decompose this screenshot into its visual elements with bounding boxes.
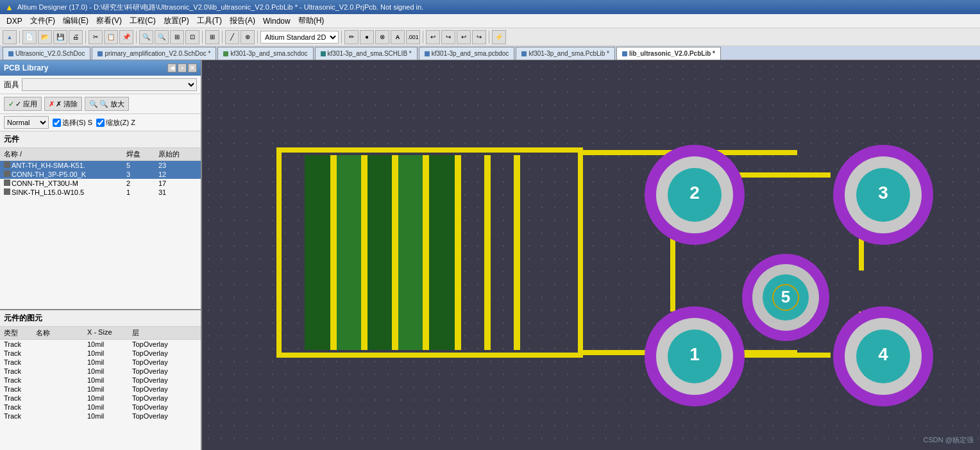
tab-kf301-pcbdoc[interactable]: kf301-3p_and_sma.pcbdoc <box>419 47 515 60</box>
primitive-table: Track10milTopOverlay Track10milTopOverla… <box>0 340 201 450</box>
toolbar-copy[interactable]: 📋 <box>104 30 118 44</box>
tab-icon-pcblib2 <box>622 51 627 56</box>
panel-mode-combo[interactable]: Normal <box>4 116 49 129</box>
toolbar-dxp[interactable]: ▲ <box>3 30 17 44</box>
prim-layer-9: TopOverlay <box>132 412 197 420</box>
prim-row-4[interactable]: Track10milTopOverlay <box>0 367 201 376</box>
menu-window[interactable]: Window <box>259 15 294 27</box>
menu-help[interactable]: 帮助(H) <box>294 14 328 28</box>
panel-zoom-btn[interactable]: 🔍 🔍 放大 <box>85 97 129 111</box>
toolbar-pen[interactable]: ✏ <box>344 30 359 44</box>
menu-file[interactable]: 文件(F) <box>26 14 59 28</box>
menu-dxp[interactable]: DXP <box>3 15 26 27</box>
zoom-check-label: 缩放(Z) Z <box>106 118 135 128</box>
zoom-icon: 🔍 <box>89 100 98 108</box>
toolbar-save[interactable]: 💾 <box>53 30 67 44</box>
canvas-area[interactable]: 2 3 5 1 4 CSDN @杨定强 <box>202 60 980 450</box>
tab-kf301-pcblib[interactable]: kf301-3p_and_sma.PcbLib * <box>516 47 615 60</box>
panel-mask-combo[interactable] <box>22 78 197 91</box>
prim-layer-5: TopOverlay <box>132 376 197 384</box>
toolbar-sep4 <box>202 31 203 44</box>
toolbar-net[interactable]: ⊕ <box>241 30 255 44</box>
menu-report[interactable]: 报告(A) <box>226 14 259 28</box>
panel-apply-btn[interactable]: ✓ ✓ 应用 <box>4 97 42 111</box>
prim-row-6[interactable]: Track10milTopOverlay <box>0 385 201 394</box>
panel-float-btn[interactable]: ▪ <box>178 63 187 72</box>
pcb-canvas: 2 3 5 1 4 <box>202 60 980 450</box>
toolbar-sep8 <box>423 31 423 44</box>
prim-row-7[interactable]: Track10milTopOverlay <box>0 394 201 403</box>
panel-header-buttons: ◀ ▪ ✕ <box>167 63 197 72</box>
toolbar-undo2[interactable]: ↩ <box>457 30 471 44</box>
toolbar-extra[interactable]: ⚡ <box>492 30 506 44</box>
menu-project[interactable]: 工程(C) <box>126 14 160 28</box>
toolbar-standard-combo[interactable]: Altium Standard 2D <box>260 31 339 44</box>
toolbar-zoomin[interactable]: 🔍 <box>139 30 153 44</box>
toolbar-measure[interactable]: .001 <box>406 30 420 44</box>
panel-zoom-checkbox[interactable] <box>96 119 105 127</box>
tabbar: Ultrasonic_V2.0.SchDoc primary_amplifica… <box>0 46 980 60</box>
toolbar-circle[interactable]: ● <box>360 30 374 44</box>
tab-kf301-schlib[interactable]: kf301-3p_and_sma.SCHLIB * <box>315 47 418 60</box>
svg-rect-8 <box>423 155 429 350</box>
panel-mode-row: Normal 选择(S) S 缩放(Z) Z <box>0 114 201 131</box>
components-section: 元件 名称 / 焊盘 原始的 ANT-TH_KH-SMA-K51. 5 23 C… <box>0 131 201 309</box>
panel-select-checkbox[interactable] <box>53 119 61 127</box>
prim-row-9[interactable]: Track10milTopOverlay <box>0 412 201 421</box>
panel-pin-btn[interactable]: ◀ <box>167 63 176 72</box>
tab-kf301-schdoc[interactable]: kf301-3p_and_sma.schdoc <box>217 47 313 60</box>
tab-label-6: kf301-3p_and_sma.PcbLib * <box>528 50 609 57</box>
toolbar-wire[interactable]: ╱ <box>225 30 239 44</box>
toolbar-zoomsel[interactable]: ⊡ <box>185 30 199 44</box>
comp-row-ant[interactable]: ANT-TH_KH-SMA-K51. 5 23 <box>0 161 201 170</box>
toolbar-open[interactable]: 📂 <box>38 30 52 44</box>
toolbar-sep7 <box>341 31 342 44</box>
tab-icon-schdoc2 <box>97 51 103 56</box>
comp-row-connxt[interactable]: CONN-TH_XT30U-M 2 17 <box>0 179 201 188</box>
toolbar-grid[interactable]: ⊞ <box>205 30 219 44</box>
toolbar-target[interactable]: ⊗ <box>375 30 389 44</box>
prim-row-2[interactable]: Track10milTopOverlay <box>0 349 201 358</box>
menu-tools[interactable]: 工具(T) <box>193 14 226 28</box>
comp-prims-connxt: 17 <box>158 179 197 187</box>
comp-row-conn3p[interactable]: CONN-TH_3P-P5.00_K 3 12 <box>0 170 201 179</box>
svg-rect-5 <box>330 155 337 350</box>
main-content: PCB Library ◀ ▪ ✕ 面具 ✓ ✓ 应用 ✗ ✗ 清除 🔍 🔍 放… <box>0 60 980 450</box>
prim-name-2 <box>36 349 87 357</box>
toolbar-sep2 <box>85 31 86 44</box>
toolbar-new[interactable]: 📄 <box>22 30 37 44</box>
prim-row-1[interactable]: Track10milTopOverlay <box>0 340 201 349</box>
prim-row-8[interactable]: Track10milTopOverlay <box>0 403 201 412</box>
menu-place[interactable]: 放置(P) <box>160 14 193 28</box>
prim-layer-3: TopOverlay <box>132 358 197 366</box>
tab-label-7: lib_ultrasonic_V2.0.PcbLib * <box>629 50 715 57</box>
prim-name-6 <box>36 385 87 393</box>
toolbar-redo[interactable]: ↪ <box>441 30 455 44</box>
toolbar-text[interactable]: A <box>391 30 405 44</box>
comp-header-primitives: 原始的 <box>158 149 197 159</box>
svg-rect-14 <box>670 232 675 312</box>
prim-row-5[interactable]: Track10milTopOverlay <box>0 376 201 385</box>
tab-ultrasonic-schdoc[interactable]: Ultrasonic_V2.0.SchDoc <box>3 47 90 60</box>
toolbar-zoomout[interactable]: 🔍 <box>155 30 169 44</box>
menu-edit[interactable]: 编辑(E) <box>59 14 92 28</box>
menu-view[interactable]: 察看(V) <box>92 14 126 28</box>
toolbar-undo[interactable]: ↩ <box>426 30 440 44</box>
prim-row-3[interactable]: Track10milTopOverlay <box>0 358 201 367</box>
panel-clear-btn[interactable]: ✗ ✗ 清除 <box>44 97 82 111</box>
toolbar-redo2[interactable]: ↪ <box>472 30 486 44</box>
toolbar-print[interactable]: 🖨 <box>69 30 83 44</box>
toolbar-cut[interactable]: ✂ <box>89 30 103 44</box>
toolbar-paste[interactable]: 📌 <box>119 30 133 44</box>
components-table-header: 名称 / 焊盘 原始的 <box>0 148 201 161</box>
tab-primary-schdoc[interactable]: primary_amplification_V2.0.SchDoc * <box>92 47 216 60</box>
panel-close-btn[interactable]: ✕ <box>188 63 197 72</box>
prim-type-1: Track <box>4 340 36 348</box>
prim-type-8: Track <box>4 403 36 411</box>
primitive-table-header: 类型 名称 X - Size 层 <box>0 327 201 340</box>
comp-row-sink[interactable]: SINK-TH_L15.0-W10.5 1 31 <box>0 188 201 197</box>
clear-label: ✗ 清除 <box>56 99 78 109</box>
tab-icon-schlib <box>321 51 326 56</box>
tab-lib-ultrasonic-pcblib[interactable]: lib_ultrasonic_V2.0.PcbLib * <box>616 47 721 60</box>
toolbar-zoomfit[interactable]: ⊞ <box>170 30 184 44</box>
